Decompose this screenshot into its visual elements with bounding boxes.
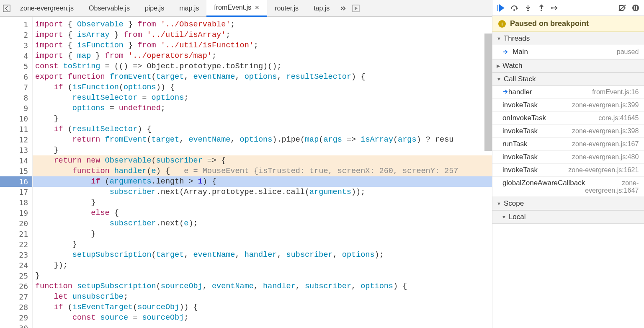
pause-exceptions-icon[interactable] [629, 2, 642, 14]
frame-fn: invokeTask [502, 166, 538, 174]
line-number[interactable]: 13 [0, 145, 28, 155]
tab-router-js[interactable]: router.js [267, 0, 306, 17]
code-line: return fromEvent(target, eventName, opti… [33, 134, 492, 145]
current-thread-icon [502, 49, 509, 55]
line-number[interactable]: 2 [0, 30, 28, 40]
line-number[interactable]: 1 [0, 19, 28, 30]
code-line: } [33, 145, 492, 155]
frame-loc: core.js:41645 [598, 114, 639, 122]
line-number[interactable]: 10 [0, 114, 28, 124]
line-number[interactable]: 8 [0, 93, 28, 103]
tabs-overflow-icon[interactable] [337, 2, 350, 15]
frame-fn: globalZoneAwareCallback [502, 179, 585, 187]
section-local[interactable]: ▼ Local [492, 210, 644, 224]
tab-label: tap.js [314, 5, 330, 12]
stack-frame[interactable]: invokeTaskzone-evergreen.js:399 [492, 99, 644, 112]
stack-frame[interactable]: invokeTaskzone-evergreen.js:1621 [492, 164, 644, 177]
line-number[interactable]: 9 [0, 103, 28, 114]
line-number[interactable]: 21 [0, 229, 28, 239]
line-number[interactable]: 16 [0, 176, 32, 187]
line-number[interactable]: 7 [0, 82, 28, 93]
line-number[interactable]: 25 [0, 271, 28, 281]
code-line: import { Observable } from '../Observabl… [33, 19, 492, 30]
frame-fn: invokeTask [502, 127, 538, 135]
run-snippet-icon[interactable] [350, 2, 362, 15]
paused-text: Paused on breakpoint [510, 19, 589, 28]
svg-rect-0 [3, 5, 10, 12]
resume-icon[interactable] [495, 2, 507, 14]
tab-fromevent-js[interactable]: fromEvent.js✕ [206, 0, 267, 17]
frame-loc: zone-evergreen.js:1647 [585, 179, 639, 194]
stack-frame[interactable]: invokeTaskzone-evergreen.js:398 [492, 125, 644, 138]
stack-frame[interactable]: globalZoneAwareCallbackzone-evergreen.js… [492, 177, 644, 197]
section-threads[interactable]: ▼ Threads [492, 32, 644, 45]
section-callstack[interactable]: ▼ Call Stack [492, 72, 644, 86]
line-number[interactable]: 20 [0, 218, 28, 229]
stack-frame[interactable]: runTaskzone-evergreen.js:167 [492, 138, 644, 151]
code-line: subscriber.next(e); [33, 218, 492, 229]
line-number[interactable]: 4 [0, 51, 28, 61]
chevron-right-icon: ▶ [497, 63, 500, 69]
tab-zone-evergreen-js[interactable]: zone-evergreen.js [13, 0, 81, 17]
line-number[interactable]: 26 [0, 281, 28, 292]
line-number[interactable]: 28 [0, 302, 28, 313]
svg-rect-9 [636, 6, 637, 10]
code-line: resultSelector = options; [33, 93, 492, 103]
code-line: } [33, 239, 492, 250]
line-number[interactable]: 17 [0, 187, 28, 197]
code-line: const source = sourceObj; [33, 313, 492, 323]
stack-frame[interactable]: invokeTaskzone-evergreen.js:480 [492, 151, 644, 164]
tab-bar: zone-evergreen.jsObservable.jspipe.jsmap… [0, 0, 492, 17]
step-out-icon[interactable] [535, 2, 548, 14]
line-number[interactable]: 30 [0, 323, 28, 328]
tab-label: Observable.js [89, 5, 130, 12]
debug-toolbar [492, 0, 644, 16]
code-line: options = undefined; [33, 103, 492, 114]
frame-fn: handler [508, 88, 592, 96]
tab-tap-js[interactable]: tap.js [306, 0, 337, 17]
code-line: let unsubscribe; [33, 292, 492, 302]
step-icon[interactable] [549, 2, 561, 14]
line-number[interactable]: 23 [0, 250, 28, 260]
line-number[interactable]: 15 [0, 166, 28, 176]
close-icon[interactable]: ✕ [255, 4, 260, 11]
nav-prev-icon[interactable] [1, 3, 13, 14]
line-number[interactable]: 27 [0, 292, 28, 302]
tab-pipe-js[interactable]: pipe.js [137, 0, 172, 17]
line-number[interactable]: 6 [0, 72, 28, 82]
frame-loc: fromEvent.js:16 [592, 88, 639, 96]
code-editor[interactable]: 1234567891011121314151617181920212223242… [0, 17, 492, 328]
tab-label: router.js [275, 5, 299, 12]
scrollbar-thumb[interactable] [484, 34, 492, 151]
code-line: setupSubscription(target, eventName, han… [33, 250, 492, 260]
svg-point-7 [632, 5, 639, 11]
stack-frame[interactable]: onInvokeTaskcore.js:41645 [492, 112, 644, 125]
line-number[interactable]: 22 [0, 239, 28, 250]
line-number[interactable]: 24 [0, 260, 28, 271]
tab-map-js[interactable]: map.js [172, 0, 206, 17]
thread-state: paused [617, 48, 639, 56]
thread-row[interactable]: Main paused [492, 45, 644, 59]
line-number[interactable]: 18 [0, 197, 28, 208]
code-line: subscriber.next(Array.prototype.slice.ca… [33, 187, 492, 197]
step-over-icon[interactable] [508, 2, 521, 14]
line-number[interactable]: 5 [0, 61, 28, 72]
line-number[interactable]: 11 [0, 124, 28, 134]
stack-frame[interactable]: handlerfromEvent.js:16 [492, 86, 644, 99]
line-number[interactable]: 19 [0, 208, 28, 218]
line-number[interactable]: 3 [0, 40, 28, 51]
deactivate-breakpoints-icon[interactable] [616, 2, 629, 14]
svg-point-5 [551, 7, 553, 9]
code-line: if (isFunction(options)) { [33, 82, 492, 93]
line-number[interactable]: 29 [0, 313, 28, 323]
code-line: const toString = (() => Object.prototype… [33, 61, 492, 72]
section-watch[interactable]: ▶ Watch [492, 59, 644, 72]
editor-pane: zone-evergreen.jsObservable.jspipe.jsmap… [0, 0, 492, 328]
tab-observable-js[interactable]: Observable.js [81, 0, 137, 17]
section-scope[interactable]: ▼ Scope [492, 197, 644, 210]
code-line: } [33, 114, 492, 124]
paused-banner: i Paused on breakpoint [492, 16, 644, 32]
step-into-icon[interactable] [522, 2, 534, 14]
line-number[interactable]: 12 [0, 134, 28, 145]
line-number[interactable]: 14 [0, 155, 28, 166]
